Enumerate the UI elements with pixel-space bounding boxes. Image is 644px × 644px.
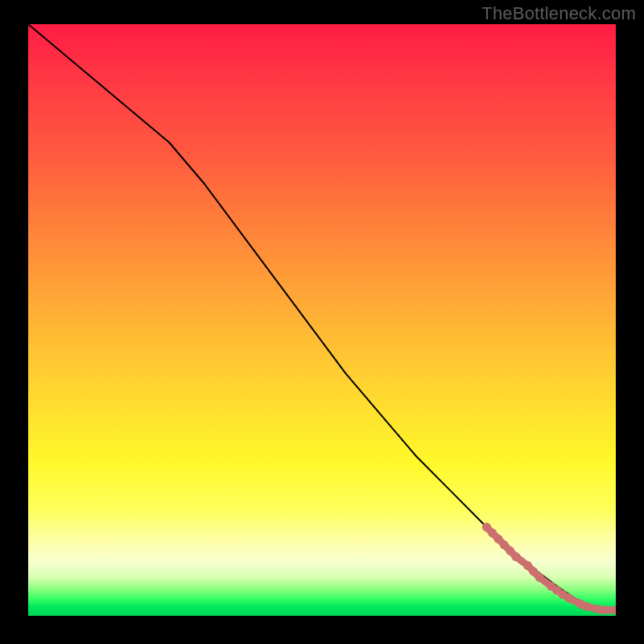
data-marker	[564, 593, 573, 602]
bottleneck-curve	[28, 24, 616, 610]
chart-frame: TheBottleneck.com	[0, 0, 644, 644]
data-marker	[600, 605, 609, 614]
data-marker	[535, 573, 544, 582]
chart-svg	[28, 24, 616, 616]
data-marker	[582, 602, 591, 611]
data-marker	[511, 552, 520, 561]
marker-group	[482, 522, 616, 614]
watermark-text: TheBottleneck.com	[481, 3, 636, 24]
plot-area	[28, 24, 616, 616]
